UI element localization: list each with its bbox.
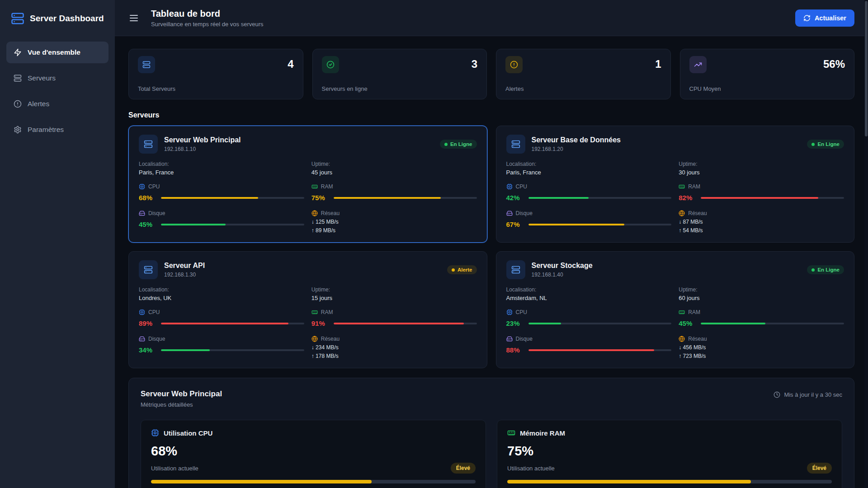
- server-icon: [139, 135, 158, 154]
- disk-icon: [506, 336, 513, 342]
- network-download: ↓ 456 MB/s: [679, 344, 844, 351]
- cpu-value: 42%: [506, 194, 524, 202]
- location-value: Paris, France: [506, 169, 672, 176]
- server-card-web-principal[interactable]: Serveur Web Principal 192.168.1.10 En Li…: [128, 126, 487, 243]
- server-card-stockage[interactable]: Serveur Stockage 192.168.1.40 En Ligne L…: [496, 251, 855, 368]
- uptime-label: Uptime:: [311, 286, 477, 293]
- stat-card-serveurs-en-ligne: 3 Serveurs en ligne: [312, 49, 487, 99]
- location-block: Localisation: Amsterdam, NL: [506, 286, 672, 301]
- disk-progress-bar: [161, 349, 304, 351]
- ram-progress-bar: [701, 323, 844, 324]
- uptime-value: 45 jours: [311, 169, 477, 176]
- cpu-icon: [506, 183, 513, 190]
- network-download: ↓ 87 MB/s: [679, 219, 844, 225]
- disk-metric: Disque 88%: [506, 336, 672, 359]
- page-title: Tableau de bord: [151, 9, 264, 19]
- ram-icon: [507, 429, 515, 437]
- server-ip: 192.168.1.10: [164, 146, 241, 152]
- sidebar-item-vue-densemble[interactable]: Vue d'ensemble: [6, 42, 108, 63]
- disk-progress-bar: [528, 349, 672, 351]
- server-card-base-de-donnees[interactable]: Serveur Base de Données 192.168.1.20 En …: [496, 126, 855, 243]
- disk-label: Disque: [516, 210, 533, 216]
- network-globe-icon: [311, 210, 318, 216]
- ram-value: 91%: [311, 319, 329, 327]
- cpu-metric: CPU 23%: [506, 309, 672, 327]
- sidebar-item-serveurs[interactable]: Serveurs: [6, 67, 108, 89]
- server-ip: 192.168.1.20: [532, 146, 621, 152]
- disk-label: Disque: [516, 336, 533, 342]
- server-logo-icon: [11, 12, 24, 25]
- server-icon: [139, 260, 158, 279]
- sidebar-item-alertes[interactable]: Alertes: [6, 93, 108, 115]
- network-globe-icon: [679, 210, 685, 216]
- app-title: Server Dashboard: [30, 14, 104, 23]
- stats-row: 4 Total Serveurs 3 Serveurs en ligne 1 A…: [128, 49, 854, 99]
- uptime-label: Uptime:: [679, 161, 844, 167]
- ram-detail-progress-bar: [507, 480, 832, 483]
- location-label: Localisation:: [506, 286, 672, 293]
- ram-value: 75%: [311, 194, 329, 202]
- status-dot: [452, 268, 455, 272]
- status-dot: [811, 143, 815, 146]
- detail-subtitle: Métriques détaillées: [141, 401, 222, 408]
- alert-circle-icon: [505, 56, 523, 73]
- detail-title: Serveur Web Principal: [141, 389, 222, 399]
- ram-label: RAM: [321, 309, 333, 315]
- page-subtitle: Surveillance en temps réel de vos serveu…: [151, 21, 264, 28]
- ram-icon: [679, 183, 685, 190]
- menu-icon[interactable]: [128, 13, 139, 23]
- cpu-metric: CPU 42%: [506, 183, 672, 202]
- trending-up-icon: [689, 56, 707, 73]
- server-icon: [506, 135, 525, 154]
- network-label: Réseau: [688, 336, 707, 342]
- server-grid: Serveur Web Principal 192.168.1.10 En Li…: [128, 126, 854, 368]
- network-globe-icon: [679, 336, 685, 342]
- location-block: Localisation: Londres, UK: [139, 286, 304, 301]
- cpu-detail-value: 68%: [151, 444, 476, 459]
- network-upload: ↑ 54 MB/s: [679, 227, 844, 234]
- server-ip: 192.168.1.30: [164, 272, 205, 278]
- disk-progress-bar: [528, 224, 672, 225]
- cpu-detail-card: Utilisation CPU 68% Utilisation actuelle…: [141, 420, 486, 488]
- location-label: Localisation:: [139, 161, 304, 167]
- ram-metric: RAM 75%: [311, 183, 477, 202]
- ram-metric: RAM 91%: [311, 309, 477, 327]
- sidebar-item-parametres[interactable]: Paramètres: [6, 119, 108, 141]
- status-badge: En Ligne: [807, 265, 844, 274]
- detail-heading: Serveur Web Principal Métriques détaillé…: [141, 389, 222, 408]
- ram-label: RAM: [688, 183, 700, 190]
- disk-value: 67%: [506, 221, 524, 228]
- cpu-label: CPU: [148, 309, 160, 315]
- server-card-api[interactable]: Serveur API 192.168.1.30 Alerte Localisa…: [128, 251, 487, 368]
- uptime-label: Uptime:: [679, 286, 844, 293]
- ram-level-badge: Élevé: [807, 463, 832, 474]
- network-upload: ↑ 723 MB/s: [679, 353, 844, 359]
- scrollbar-thumb[interactable]: [865, 1, 868, 136]
- ram-detail-label: Utilisation actuelle: [507, 465, 555, 472]
- cpu-value: 68%: [139, 194, 156, 202]
- refresh-icon: [803, 14, 811, 22]
- stat-value: 3: [472, 58, 477, 70]
- ram-detail-card: Mémoire RAM 75% Utilisation actuelle Éle…: [497, 420, 842, 488]
- stat-label: Alertes: [505, 85, 661, 92]
- cpu-progress-bar: [528, 323, 672, 324]
- disk-icon: [139, 336, 145, 342]
- location-value: Paris, France: [139, 169, 304, 176]
- sidebar-item-label: Paramètres: [28, 126, 64, 134]
- cpu-value: 23%: [506, 319, 524, 327]
- cpu-label: CPU: [148, 183, 160, 190]
- cpu-detail-progress-bar: [151, 480, 476, 483]
- disk-label: Disque: [148, 210, 165, 216]
- status-badge: En Ligne: [440, 140, 477, 149]
- disk-metric: Disque 67%: [506, 210, 672, 234]
- status-dot: [811, 268, 815, 272]
- stat-card-cpu-moyen: 56% CPU Moyen: [680, 49, 855, 99]
- refresh-button-label: Actualiser: [815, 14, 846, 22]
- network-metric: Réseau ↓ 125 MB/s ↑ 89 MB/s: [311, 210, 477, 234]
- server-ip: 192.168.1.40: [532, 272, 593, 278]
- last-updated: Mis à jour il y a 30 sec: [774, 391, 842, 398]
- scrollbar-track[interactable]: [864, 0, 868, 488]
- refresh-button[interactable]: Actualiser: [795, 9, 854, 27]
- status-badge: Alerte: [447, 265, 477, 274]
- ram-progress-bar: [334, 323, 477, 324]
